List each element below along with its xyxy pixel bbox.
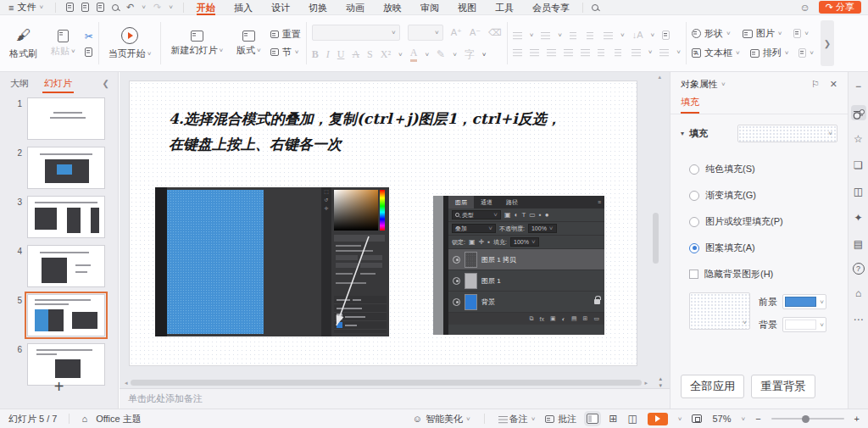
pin-icon[interactable]: ⚐	[811, 79, 820, 90]
tab-review[interactable]: 审阅	[411, 0, 448, 15]
slide-thumbnail-2[interactable]: 2	[0, 143, 118, 192]
decrease-font-button[interactable]: A⁻	[470, 27, 481, 38]
tab-member[interactable]: 会员专享	[523, 0, 579, 15]
tab-view[interactable]: 视图	[448, 0, 486, 15]
vertical-text-button[interactable]: ↓A	[632, 30, 643, 40]
slide-sorter-view-button[interactable]: ⊞	[609, 413, 617, 425]
tab-slides[interactable]: 幻灯片	[42, 74, 74, 93]
underline-button[interactable]: U	[337, 48, 345, 61]
tab-design[interactable]: 设计	[262, 0, 299, 15]
reset-button[interactable]: 重置	[270, 28, 301, 41]
slide-surface[interactable]: 4.选择混合模式的叠加，复制(ctrl＋j)图层1，ctrl+i反选， 在键盘上…	[129, 81, 637, 366]
add-slide-button[interactable]: +	[0, 377, 118, 397]
tab-outline[interactable]: 大纲	[8, 74, 31, 93]
align-center-button[interactable]	[530, 47, 539, 57]
outline-tool-button[interactable]: ˅	[798, 48, 814, 58]
option-gradient-fill[interactable]: 渐变填充(G)	[670, 182, 848, 208]
more-dots-icon[interactable]: ⋯	[851, 312, 866, 327]
section-expander-icon[interactable]: ▾	[681, 130, 684, 137]
print-icon[interactable]	[97, 3, 104, 12]
tab-transition[interactable]: 切换	[299, 0, 337, 15]
increase-font-button[interactable]: A⁺	[451, 27, 462, 38]
tab-insert[interactable]: 插入	[225, 0, 262, 15]
paste-button[interactable]: 粘贴˅	[47, 28, 80, 59]
notes-input[interactable]: 单击此处添加备注	[120, 388, 670, 409]
superscript-button[interactable]: X²	[381, 48, 391, 61]
font-color-button[interactable]: A	[410, 47, 418, 62]
shapes-library-icon[interactable]: ❏	[851, 158, 866, 173]
collapse-panel-icon[interactable]: ❮	[103, 79, 109, 88]
slide-thumbnail-1[interactable]: 1	[0, 94, 118, 143]
strikethrough-button[interactable]: A	[352, 48, 359, 61]
increase-indent-button[interactable]	[587, 31, 596, 40]
scroll-right-icon[interactable]: ▸	[644, 380, 648, 386]
smartart-convert-icon[interactable]	[662, 31, 670, 40]
vertical-scroll-thumb[interactable]	[653, 213, 659, 264]
redo-chevron-icon[interactable]: ˅	[169, 3, 173, 11]
distribute-button[interactable]	[581, 47, 590, 57]
para-settings-button[interactable]	[659, 47, 669, 57]
option-solid-fill[interactable]: 纯色填充(S)	[670, 156, 848, 182]
option-picture-fill[interactable]: 图片或纹理填充(P)	[670, 208, 848, 235]
feedback-smiley-icon[interactable]: ☺	[800, 2, 810, 14]
option-pattern-fill[interactable]: 图案填充(A)	[670, 235, 848, 261]
zoom-slider[interactable]	[771, 418, 844, 420]
share-button[interactable]: ↷ 分享	[819, 1, 861, 14]
arrange-button[interactable]: 排列˅	[750, 47, 789, 59]
collapse-strip-icon[interactable]: −	[851, 79, 866, 94]
copy-button[interactable]	[85, 47, 93, 57]
pattern-preview-dropdown[interactable]: ˅	[689, 292, 750, 330]
section-button[interactable]: 节˅	[270, 46, 301, 58]
align-left-button[interactable]	[513, 47, 522, 57]
clear-format-button[interactable]: ⌫	[488, 27, 502, 38]
bullet-list-button[interactable]	[513, 31, 522, 40]
background-color-dropdown[interactable]: ˅	[782, 317, 826, 332]
horizontal-scrollbar[interactable]: ◂ ▸	[125, 379, 648, 386]
zoom-slider-handle[interactable]	[802, 415, 810, 423]
line-spacing-button[interactable]	[632, 47, 641, 57]
file-menu[interactable]: ≡ 文件 ˅	[0, 1, 52, 14]
slide-thumbnail-5[interactable]: 5	[0, 291, 118, 340]
fill-tool-button[interactable]: ˅	[793, 29, 809, 38]
textbox-button[interactable]: A文本框˅	[692, 47, 740, 59]
tab-fill[interactable]: 填充	[670, 96, 848, 114]
layout-button[interactable]: 版式˅	[232, 29, 265, 58]
slide-nav-buttons[interactable]: ▴ ▾	[659, 376, 662, 388]
italic-button[interactable]: I	[326, 48, 330, 61]
editing-canvas[interactable]: 4.选择混合模式的叠加，复制(ctrl＋j)图层1，ctrl+i反选， 在键盘上…	[120, 72, 670, 409]
normal-view-button[interactable]	[587, 414, 598, 424]
slideshow-play-button[interactable]	[648, 413, 668, 425]
text-direction-button[interactable]	[604, 31, 613, 40]
slide-thumbnail-4[interactable]: 4	[0, 242, 118, 291]
scroll-left-icon[interactable]: ◂	[125, 380, 128, 386]
undo-icon[interactable]: ↶	[126, 2, 134, 13]
para-spacing-button[interactable]	[615, 47, 624, 57]
tab-home[interactable]: 开始	[187, 0, 225, 15]
char-tools-button[interactable]: 字	[465, 47, 475, 62]
notes-button[interactable]: 备注˅	[498, 413, 536, 425]
slide-title-text[interactable]: 4.选择混合模式的叠加，复制(ctrl＋j)图层1，ctrl+i反选， 在键盘上…	[169, 107, 609, 158]
comments-button[interactable]: 批注	[545, 413, 576, 425]
zoom-chevron-icon[interactable]: ˅	[741, 415, 745, 423]
justify-button[interactable]	[564, 47, 573, 57]
zoom-out-button[interactable]: −	[755, 414, 760, 424]
cut-button[interactable]: ✂	[85, 31, 93, 42]
slide-image-photoshop-canvas[interactable]: ⬚↺✛	[155, 187, 389, 336]
highlight-button[interactable]: ✎	[437, 48, 445, 61]
font-name-select[interactable]: ˅	[312, 25, 400, 41]
picture-button[interactable]: 图片˅	[743, 27, 782, 40]
slide-image-layers-panel[interactable]: 图层 通道 路径 ≡ 类型˅ ▣ ◐ T ▭ ▪ ● 叠加˅ 不透明度:	[433, 196, 604, 335]
help-icon[interactable]: ?	[853, 263, 865, 275]
play-options-chevron-icon[interactable]: ˅	[678, 415, 682, 423]
columns-button[interactable]	[598, 47, 607, 57]
apply-all-button[interactable]: 全部应用	[681, 375, 744, 398]
chevron-down-icon[interactable]: ˅	[721, 81, 726, 88]
format-painter-button[interactable]: 🖌︎ 格式刷	[5, 25, 42, 62]
star-resources-icon[interactable]: ☆	[851, 131, 866, 147]
undo-chevron-icon[interactable]: ˅	[142, 3, 146, 11]
prev-slide-button[interactable]: ▴	[659, 376, 662, 381]
output-icon[interactable]	[81, 3, 89, 12]
font-size-select[interactable]: ˅	[408, 25, 443, 41]
play-from-current-button[interactable]: 当页开始˅	[104, 25, 156, 62]
numbered-list-button[interactable]	[541, 31, 550, 40]
